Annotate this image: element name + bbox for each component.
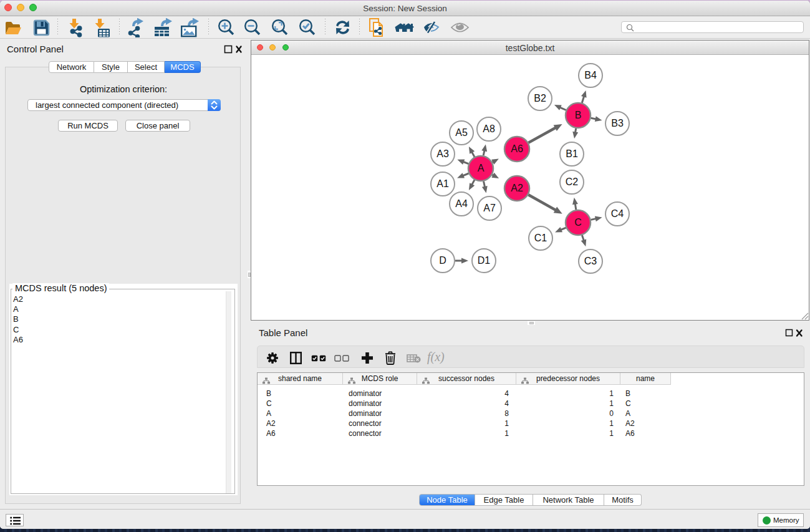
svg-text:B: B — [575, 110, 582, 120]
svg-text:C1: C1 — [534, 233, 547, 243]
svg-text:A6: A6 — [511, 143, 523, 154]
svg-text:A3: A3 — [436, 148, 449, 159]
svg-text:C3: C3 — [584, 256, 597, 266]
svg-text:A8: A8 — [483, 123, 495, 134]
svg-text:C2: C2 — [566, 177, 579, 187]
svg-text:A2: A2 — [511, 183, 523, 193]
svg-text:B1: B1 — [566, 148, 578, 159]
svg-text:C4: C4 — [611, 208, 624, 219]
svg-text:A4: A4 — [455, 198, 468, 209]
svg-text:D1: D1 — [478, 255, 491, 266]
svg-text:A1: A1 — [436, 178, 449, 189]
svg-text:A: A — [478, 163, 485, 173]
svg-text:C: C — [574, 217, 582, 228]
svg-text:A5: A5 — [455, 127, 468, 138]
svg-text:B2: B2 — [534, 93, 546, 104]
svg-text:B4: B4 — [584, 70, 597, 80]
svg-text:A7: A7 — [483, 203, 496, 213]
svg-text:D: D — [439, 255, 446, 266]
svg-text:B3: B3 — [611, 118, 624, 128]
